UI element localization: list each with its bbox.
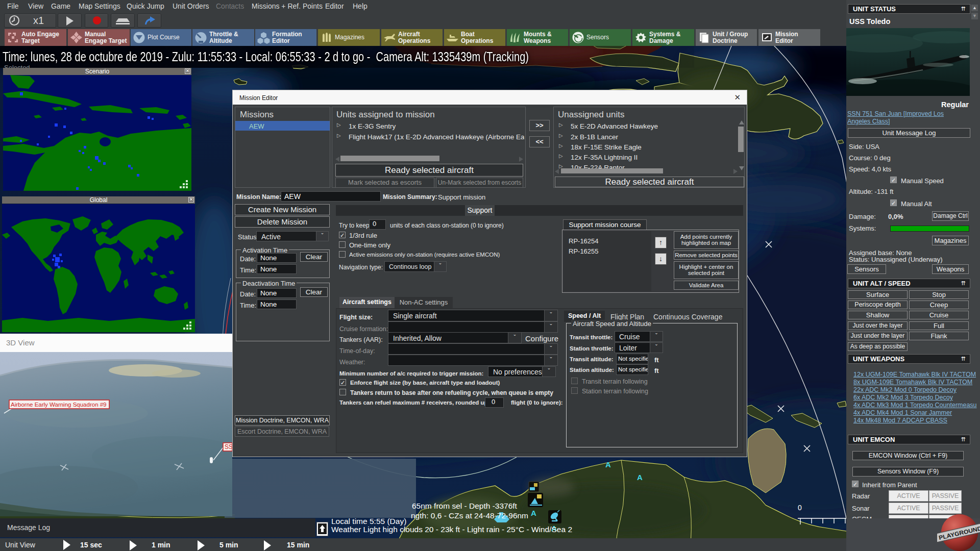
svg-text:Local time 5:55 (Day): Local time 5:55 (Day) [331,517,406,525]
svg-text:A: A [531,509,536,517]
svg-text:A: A [637,473,643,482]
svg-text:65nm from sel - Depth -3376ft: 65nm from sel - Depth -3376ft [412,502,518,510]
svg-text:Weather Light high clouds 20 -: Weather Light high clouds 20 - 23k ft - … [331,525,572,534]
svg-text:SS: SS [225,443,232,450]
svg-text:Airborne Early Warning Squadro: Airborne Early Warning Squadron #9 [11,402,107,408]
svg-text:x1: x1 [33,15,44,26]
svg-text:ngth: 0,6 - CZs at 24-48-72-96: ngth: 0,6 - CZs at 24-48-72-96nm [411,511,528,520]
svg-text:A: A [605,460,611,469]
svg-text:0: 0 [798,504,802,512]
